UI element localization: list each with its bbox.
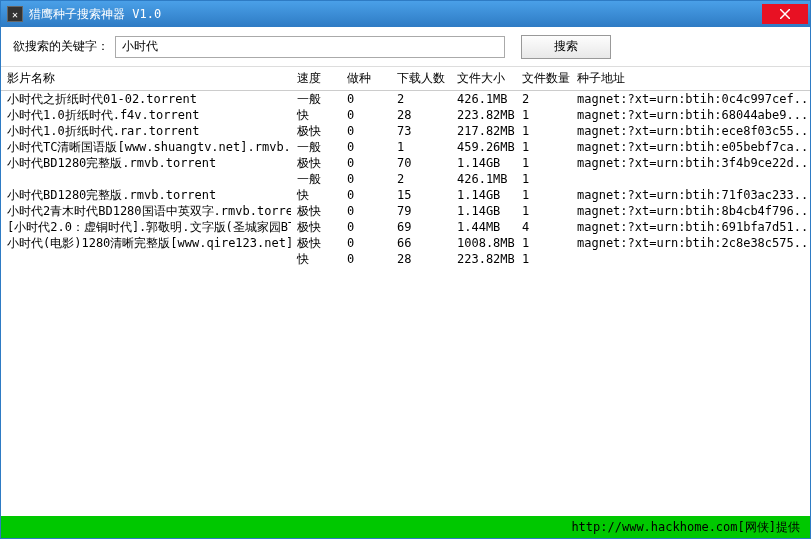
cell-speed: 极快 xyxy=(291,155,341,171)
cell-speed: 快 xyxy=(291,107,341,123)
col-magnet[interactable]: 种子地址 xyxy=(571,67,810,91)
cell-downloads: 2 xyxy=(391,171,451,187)
app-window: ✕ 猎鹰种子搜索神器 V1.0 欲搜索的关键字： 搜索 影片名称 速度 做种 下… xyxy=(0,0,811,539)
cell-count: 1 xyxy=(516,155,571,171)
cell-downloads: 69 xyxy=(391,219,451,235)
cell-count: 1 xyxy=(516,251,571,267)
window-title: 猎鹰种子搜索神器 V1.0 xyxy=(29,6,762,23)
col-speed[interactable]: 速度 xyxy=(291,67,341,91)
cell-name: 小时代之折纸时代01-02.torrent xyxy=(1,91,291,108)
cell-speed: 极快 xyxy=(291,219,341,235)
cell-magnet: magnet:?xt=urn:btih:68044abe9... xyxy=(571,107,810,123)
cell-count: 2 xyxy=(516,91,571,108)
cell-size: 1.44MB xyxy=(451,219,516,235)
cell-downloads: 28 xyxy=(391,251,451,267)
cell-count: 1 xyxy=(516,139,571,155)
cell-magnet xyxy=(571,171,810,187)
cell-magnet: magnet:?xt=urn:btih:71f03ac233... xyxy=(571,187,810,203)
cell-magnet: magnet:?xt=urn:btih:8b4cb4f796... xyxy=(571,203,810,219)
table-row[interactable]: [小时代2.0：虚铜时代].郭敬明.文字版(圣城家园BT...极快0691.44… xyxy=(1,219,810,235)
cell-seed: 0 xyxy=(341,187,391,203)
cell-magnet: magnet:?xt=urn:btih:2c8e38c575... xyxy=(571,235,810,251)
cell-count: 1 xyxy=(516,203,571,219)
cell-name xyxy=(1,251,291,267)
cell-count: 1 xyxy=(516,187,571,203)
cell-speed: 快 xyxy=(291,251,341,267)
cell-seed: 0 xyxy=(341,251,391,267)
table-row[interactable]: 小时代2青木时代BD1280国语中英双字.rmvb.torrent极快0791.… xyxy=(1,203,810,219)
cell-count: 1 xyxy=(516,107,571,123)
table-row[interactable]: 小时代TC清晰国语版[www.shuangtv.net].rmvb.torren… xyxy=(1,139,810,155)
search-input[interactable] xyxy=(115,36,505,58)
cell-speed: 极快 xyxy=(291,203,341,219)
cell-name: 小时代BD1280完整版.rmvb.torrent xyxy=(1,155,291,171)
cell-speed: 极快 xyxy=(291,123,341,139)
statusbar-suffix: [网侠]提供 xyxy=(738,519,800,536)
col-size[interactable]: 文件大小 xyxy=(451,67,516,91)
cell-speed: 一般 xyxy=(291,91,341,108)
cell-magnet: magnet:?xt=urn:btih:ece8f03c55... xyxy=(571,123,810,139)
cell-seed: 0 xyxy=(341,219,391,235)
table-row[interactable]: 小时代BD1280完整版.rmvb.torrent极快0701.14GB1mag… xyxy=(1,155,810,171)
table-row[interactable]: 小时代1.0折纸时代.rar.torrent极快073217.82MB1magn… xyxy=(1,123,810,139)
cell-seed: 0 xyxy=(341,235,391,251)
table-row[interactable]: 小时代之折纸时代01-02.torrent一般02426.1MB2magnet:… xyxy=(1,91,810,108)
table-header-row: 影片名称 速度 做种 下载人数 文件大小 文件数量 种子地址 xyxy=(1,67,810,91)
cell-seed: 0 xyxy=(341,91,391,108)
cell-seed: 0 xyxy=(341,123,391,139)
cell-seed: 0 xyxy=(341,107,391,123)
table-row[interactable]: 小时代BD1280完整版.rmvb.torrent快0151.14GB1magn… xyxy=(1,187,810,203)
cell-speed: 极快 xyxy=(291,235,341,251)
table-row[interactable]: 小时代(电影)1280清晰完整版[www.qire123.net].rm...极… xyxy=(1,235,810,251)
results-panel[interactable]: 影片名称 速度 做种 下载人数 文件大小 文件数量 种子地址 小时代之折纸时代0… xyxy=(1,67,810,516)
cell-name xyxy=(1,171,291,187)
cell-name: 小时代2青木时代BD1280国语中英双字.rmvb.torrent xyxy=(1,203,291,219)
table-row[interactable]: 快028223.82MB1 xyxy=(1,251,810,267)
cell-seed: 0 xyxy=(341,155,391,171)
app-icon: ✕ xyxy=(7,6,23,22)
cell-downloads: 66 xyxy=(391,235,451,251)
cell-seed: 0 xyxy=(341,139,391,155)
col-name[interactable]: 影片名称 xyxy=(1,67,291,91)
table-row[interactable]: 一般02426.1MB1 xyxy=(1,171,810,187)
cell-magnet: magnet:?xt=urn:btih:0c4c997cef... xyxy=(571,91,810,108)
cell-count: 1 xyxy=(516,171,571,187)
cell-downloads: 79 xyxy=(391,203,451,219)
cell-size: 459.26MB xyxy=(451,139,516,155)
search-bar: 欲搜索的关键字： 搜索 xyxy=(1,27,810,67)
cell-magnet: magnet:?xt=urn:btih:3f4b9ce22d... xyxy=(571,155,810,171)
cell-size: 426.1MB xyxy=(451,91,516,108)
cell-seed: 0 xyxy=(341,171,391,187)
cell-downloads: 28 xyxy=(391,107,451,123)
cell-downloads: 1 xyxy=(391,139,451,155)
cell-count: 1 xyxy=(516,235,571,251)
search-label: 欲搜索的关键字： xyxy=(13,38,109,55)
cell-size: 426.1MB xyxy=(451,171,516,187)
cell-size: 1.14GB xyxy=(451,187,516,203)
search-button[interactable]: 搜索 xyxy=(521,35,611,59)
cell-size: 223.82MB xyxy=(451,107,516,123)
cell-size: 1.14GB xyxy=(451,155,516,171)
col-seed[interactable]: 做种 xyxy=(341,67,391,91)
table-row[interactable]: 小时代1.0折纸时代.f4v.torrent快028223.82MB1magne… xyxy=(1,107,810,123)
statusbar: http://www.hackhome.com[网侠]提供 xyxy=(1,516,810,538)
results-table: 影片名称 速度 做种 下载人数 文件大小 文件数量 种子地址 小时代之折纸时代0… xyxy=(1,67,810,267)
cell-downloads: 70 xyxy=(391,155,451,171)
titlebar: ✕ 猎鹰种子搜索神器 V1.0 xyxy=(1,1,810,27)
cell-name: 小时代(电影)1280清晰完整版[www.qire123.net].rm... xyxy=(1,235,291,251)
cell-size: 217.82MB xyxy=(451,123,516,139)
cell-count: 4 xyxy=(516,219,571,235)
col-downloads[interactable]: 下载人数 xyxy=(391,67,451,91)
cell-seed: 0 xyxy=(341,203,391,219)
cell-downloads: 2 xyxy=(391,91,451,108)
col-count[interactable]: 文件数量 xyxy=(516,67,571,91)
cell-count: 1 xyxy=(516,123,571,139)
cell-name: [小时代2.0：虚铜时代].郭敬明.文字版(圣城家园BT... xyxy=(1,219,291,235)
close-button[interactable] xyxy=(762,4,808,24)
statusbar-link[interactable]: http://www.hackhome.com xyxy=(571,520,737,534)
cell-name: 小时代TC清晰国语版[www.shuangtv.net].rmvb.torren… xyxy=(1,139,291,155)
cell-speed: 一般 xyxy=(291,171,341,187)
cell-name: 小时代1.0折纸时代.f4v.torrent xyxy=(1,107,291,123)
cell-magnet: magnet:?xt=urn:btih:e05bebf7ca... xyxy=(571,139,810,155)
cell-downloads: 15 xyxy=(391,187,451,203)
